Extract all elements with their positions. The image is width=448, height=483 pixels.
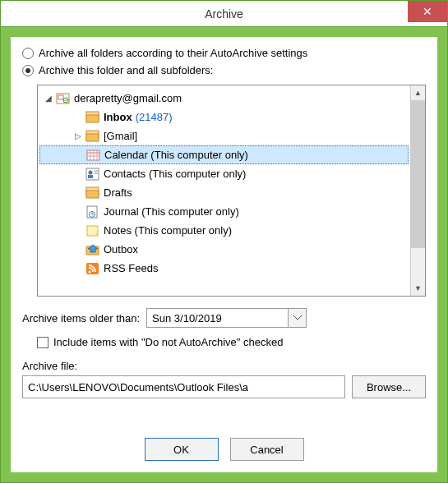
svg-rect-15 xyxy=(88,175,93,178)
tree-item-notes[interactable]: Notes (This computer only) xyxy=(39,221,409,240)
inner-panel: Archive all folders according to their A… xyxy=(11,37,437,472)
inbox-icon xyxy=(85,111,100,124)
tree-account-row[interactable]: ◢ derapretty@gmail.com xyxy=(39,89,409,108)
radio-archive-all[interactable] xyxy=(22,48,34,59)
radio-archive-this-row[interactable]: Archive this folder and all subfolders: xyxy=(22,64,426,76)
svg-point-27 xyxy=(89,270,91,273)
scroll-thumb[interactable] xyxy=(411,100,425,248)
window-title: Archive xyxy=(205,7,243,21)
close-button[interactable]: ✕ xyxy=(408,1,447,22)
tree-gmail-label: [Gmail] xyxy=(104,130,137,142)
archive-file-label: Archive file: xyxy=(22,360,426,372)
chevron-down-icon xyxy=(293,315,302,320)
svg-rect-19 xyxy=(86,191,99,198)
tree-item-drafts[interactable]: Drafts xyxy=(39,183,409,202)
cancel-button[interactable]: Cancel xyxy=(230,438,304,461)
titlebar: Archive ✕ xyxy=(1,1,447,27)
include-checkbox-label: Include items with "Do not AutoArchive" … xyxy=(53,336,283,348)
browse-button[interactable]: Browse... xyxy=(352,375,426,398)
svg-rect-1 xyxy=(58,95,63,99)
tree-notes-label: Notes (This computer only) xyxy=(104,224,232,237)
tree-inbox-label: Inbox xyxy=(104,111,132,123)
tree-item-contacts[interactable]: Contacts (This computer only) xyxy=(39,164,409,183)
scroll-up-button[interactable]: ▲ xyxy=(411,85,425,100)
include-checkbox[interactable] xyxy=(37,337,48,348)
folder-tree[interactable]: ◢ derapretty@gmail.com Inbox (21487) xyxy=(37,85,426,297)
tree-item-journal[interactable]: Journal (This computer only) xyxy=(39,202,409,221)
svg-point-14 xyxy=(89,170,93,174)
account-icon xyxy=(56,92,71,105)
content-frame: Archive all folders according to their A… xyxy=(1,27,447,482)
tree-item-calendar[interactable]: Calendar (This computer only) xyxy=(39,145,409,164)
tree-outbox-label: Outbox xyxy=(104,243,138,255)
tree-contacts-label: Contacts (This computer only) xyxy=(104,168,246,180)
archive-file-row: C:\Users\LENOVO\Documents\Outlook Files\… xyxy=(22,375,426,398)
svg-rect-24 xyxy=(87,226,98,236)
older-than-label: Archive items older than: xyxy=(22,312,140,324)
date-dropdown-button[interactable] xyxy=(288,309,306,327)
outbox-icon xyxy=(85,243,100,256)
radio-archive-all-label: Archive all folders according to their A… xyxy=(39,47,307,59)
archive-file-input[interactable]: C:\Users\LENOVO\Documents\Outlook Files\… xyxy=(22,375,345,398)
tree-inbox-count: (21487) xyxy=(136,111,173,123)
archive-dialog: Archive ✕ Archive all folders according … xyxy=(0,0,448,483)
older-than-input[interactable]: Sun 3/10/2019 xyxy=(146,308,307,328)
radio-archive-this-label: Archive this folder and all subfolders: xyxy=(39,64,213,76)
svg-rect-4 xyxy=(86,115,99,122)
dialog-buttons: OK Cancel xyxy=(22,438,426,462)
tree-item-rss[interactable]: RSS Feeds xyxy=(39,259,409,278)
notes-icon xyxy=(85,224,100,237)
tree-item-inbox[interactable]: Inbox (21487) xyxy=(39,108,409,126)
radio-archive-all-row[interactable]: Archive all folders according to their A… xyxy=(22,47,426,59)
rss-icon xyxy=(85,262,100,275)
tree-scrollbar[interactable]: ▲ ▼ xyxy=(410,85,425,296)
folder-icon xyxy=(85,130,100,143)
scroll-down-button[interactable]: ▼ xyxy=(411,281,425,296)
calendar-icon xyxy=(86,149,101,162)
svg-rect-26 xyxy=(86,263,99,274)
caret-down-icon[interactable]: ◢ xyxy=(44,94,53,103)
older-than-row: Archive items older than: Sun 3/10/2019 xyxy=(22,308,426,328)
close-icon: ✕ xyxy=(423,5,432,18)
journal-icon xyxy=(85,205,100,218)
ok-button[interactable]: OK xyxy=(145,438,219,461)
contacts-icon xyxy=(85,168,100,181)
archive-file-value: C:\Users\LENOVO\Documents\Outlook Files\… xyxy=(28,381,248,393)
tree-item-gmail[interactable]: ▷ [Gmail] xyxy=(39,126,409,145)
older-than-value: Sun 3/10/2019 xyxy=(147,312,288,324)
tree-rss-label: RSS Feeds xyxy=(104,262,158,274)
svg-rect-6 xyxy=(86,134,99,141)
scroll-track[interactable] xyxy=(411,100,425,281)
tree-journal-label: Journal (This computer only) xyxy=(104,205,239,218)
radio-archive-this[interactable] xyxy=(22,65,34,76)
tree-item-outbox[interactable]: Outbox xyxy=(39,240,409,259)
include-checkbox-row[interactable]: Include items with "Do not AutoArchive" … xyxy=(37,336,426,348)
tree-calendar-label: Calendar (This computer only) xyxy=(104,149,248,161)
folder-icon xyxy=(85,186,100,200)
tree-account-label: derapretty@gmail.com xyxy=(74,92,182,104)
tree-drafts-label: Drafts xyxy=(104,186,132,199)
caret-right-icon[interactable]: ▷ xyxy=(74,132,82,140)
